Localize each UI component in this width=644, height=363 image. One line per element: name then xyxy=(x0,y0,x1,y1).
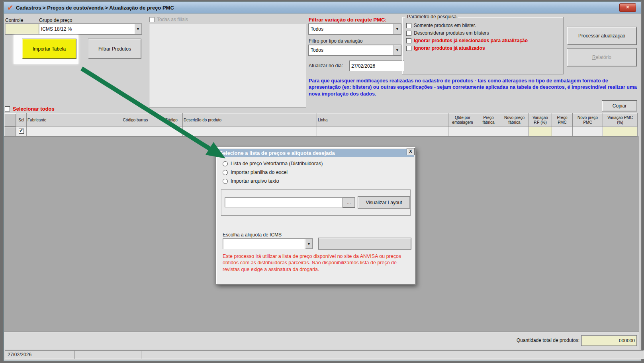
col-sel[interactable]: Sel xyxy=(16,113,27,127)
chevron-down-icon[interactable]: ▼ xyxy=(305,239,313,249)
dialog-red-notice: Este processo irá utilizar a lista de pr… xyxy=(223,253,408,273)
row-codigo-barras xyxy=(111,127,160,137)
row-descricao xyxy=(183,127,317,137)
somente-blister-checkbox[interactable] xyxy=(406,23,411,28)
row-linha xyxy=(317,127,448,137)
radio-texto-row[interactable]: Importar arquivo texto xyxy=(223,178,279,184)
grupo-preco-label: Grupo de preço xyxy=(39,18,72,23)
window-titlebar: ✔ Cadastros > Preços de custo/venda > At… xyxy=(4,2,641,14)
ignorar-atualizados-checkbox[interactable] xyxy=(406,46,411,51)
chevron-down-icon[interactable]: ▼ xyxy=(393,45,401,55)
grupo-preco-value: ICMS 18/12 % xyxy=(39,26,134,32)
file-panel: ... Visualizar Layout xyxy=(221,189,411,216)
col-codigo-barras[interactable]: Código barras xyxy=(111,113,160,127)
products-table: Sel Fabricante Código barras Código Desc… xyxy=(4,113,638,137)
browse-button[interactable]: ... xyxy=(343,197,355,208)
todas-filiais-label: Todas as filiais xyxy=(157,17,188,22)
excel-radio[interactable] xyxy=(223,170,228,175)
ignorar-selecionados-label: Ignorar produtos já selecionados para at… xyxy=(414,38,528,43)
col-preco-pmc[interactable]: Preço PMC xyxy=(552,113,573,127)
radio-excel-row[interactable]: Importar planilha do excel xyxy=(223,170,288,175)
row-preco-pmc xyxy=(552,127,573,137)
col-novo-preco-pmc[interactable]: Novo preço PMC xyxy=(573,113,603,127)
col-fabricante[interactable]: Fabricante xyxy=(27,113,111,127)
relatorio-button[interactable]: Relatório xyxy=(567,48,637,66)
status-panel-2 xyxy=(74,350,145,359)
ignorar-selecionados-checkbox[interactable] xyxy=(406,38,411,43)
col-linha[interactable]: Linha xyxy=(317,113,448,127)
row-variacao-pf xyxy=(529,127,552,137)
chevron-down-icon[interactable]: ▼ xyxy=(134,24,142,34)
tipo-variacao-value: Todos xyxy=(309,47,393,53)
row-novo-preco-fabrica xyxy=(500,127,529,137)
reajuste-select[interactable]: Todos ▼ xyxy=(308,23,401,35)
somente-blister-label: Somente produtos em blister. xyxy=(414,23,476,28)
row-variacao-pmc xyxy=(603,127,638,137)
row-qtde xyxy=(448,127,477,137)
dialog-close-button[interactable]: X xyxy=(407,148,415,155)
param-ignorar-selecionados-row: Ignorar produtos já selecionados para at… xyxy=(406,38,563,43)
header-indicator xyxy=(4,113,16,127)
file-path-input[interactable] xyxy=(225,197,343,207)
window-title: Cadastros > Preços de custo/venda > Atua… xyxy=(16,5,174,11)
controle-label: Controle xyxy=(5,18,23,23)
importar-tabela-button[interactable]: Importar Tabela xyxy=(22,39,76,59)
visualizar-layout-button[interactable]: Visualizar Layout xyxy=(358,196,410,209)
filtrar-produtos-button[interactable]: Filtrar Produtos xyxy=(88,39,141,59)
close-window-button[interactable]: ✕ xyxy=(619,3,636,12)
totals-panel: Quantidade total de produtos: 000000 xyxy=(4,332,639,350)
dialog-titlebar[interactable]: Selecione a lista de preços e alíquota d… xyxy=(218,149,414,157)
todas-filiais-row: Todas as filiais xyxy=(149,17,188,22)
row-novo-preco-pmc xyxy=(573,127,603,137)
row-checkbox[interactable] xyxy=(19,129,24,134)
aliquota-select[interactable]: ▼ xyxy=(223,238,313,249)
blue-notice: Para que quaisquer modificações realizad… xyxy=(309,78,638,97)
col-qtde-embalagem[interactable]: Qtde por embalagem xyxy=(448,113,477,127)
copiar-button[interactable]: Copiar xyxy=(602,100,637,111)
total-produtos-label: Quantidade total de produtos: xyxy=(517,338,579,343)
controle-input[interactable] xyxy=(5,23,39,35)
screen: ✔ Cadastros > Preços de custo/venda > At… xyxy=(0,0,644,363)
vetorfarma-label: Lista de preço Vetorfarma (Distribuidora… xyxy=(231,161,323,166)
main-window: ✔ Cadastros > Preços de custo/venda > At… xyxy=(4,2,641,361)
form-content: Controle Grupo de preço ICMS 18/12 % ▼ I… xyxy=(4,13,641,361)
row-preco-fabrica xyxy=(477,127,500,137)
col-novo-preco-fabrica[interactable]: Novo preço fábrica xyxy=(500,113,529,127)
parametro-legend: Parâmetro de pesquisa xyxy=(405,14,458,20)
param-blister-row: Somente produtos em blister. xyxy=(406,23,563,28)
atualizar-dia-input[interactable]: 27/02/2026 xyxy=(349,60,404,71)
radio-vetorfarma-row[interactable]: Lista de preço Vetorfarma (Distribuidora… xyxy=(223,161,323,166)
col-preco-fabrica[interactable]: Preço fábrica xyxy=(477,113,500,127)
import-dialog: Selecione a lista de preços e alíquota d… xyxy=(216,147,416,285)
tipo-variacao-select[interactable]: Todos ▼ xyxy=(308,45,401,56)
table-row[interactable] xyxy=(4,127,638,137)
processar-atualizacao-button[interactable]: Processar atualização xyxy=(567,27,637,45)
filiais-listbox[interactable] xyxy=(149,24,306,107)
col-variacao-pf[interactable]: Variação P.F (%) xyxy=(529,113,552,127)
excel-label: Importar planilha do excel xyxy=(231,170,288,175)
app-check-icon: ✔ xyxy=(7,4,14,12)
status-bar: 27/02/2026 xyxy=(4,349,639,361)
filtrar-reajuste-label: Filtrar variação do reajute PMC: xyxy=(309,17,387,23)
ignorar-atualizados-label: Ignorar produtos já atualizados xyxy=(414,45,485,51)
todas-filiais-checkbox[interactable] xyxy=(149,17,155,22)
vetorfarma-radio[interactable] xyxy=(223,161,228,166)
row-fabricante xyxy=(27,127,111,137)
status-date-panel: 27/02/2026 xyxy=(5,350,78,359)
col-variacao-pmc[interactable]: Variação PMC (%) xyxy=(603,113,638,127)
parametro-groupbox: Parâmetro de pesquisa Somente produtos e… xyxy=(402,17,564,74)
total-produtos-value: 000000 xyxy=(581,335,637,346)
row-sel-cell[interactable] xyxy=(16,127,27,137)
filtro-tipo-label: Filtro por tipo da variação xyxy=(309,38,362,44)
chevron-down-icon[interactable]: ▼ xyxy=(393,24,401,34)
texto-radio[interactable] xyxy=(223,179,228,184)
selecionar-todos-checkbox[interactable] xyxy=(5,106,10,111)
row-codigo xyxy=(160,127,183,137)
confirmar-importacao-button[interactable] xyxy=(318,238,411,250)
desconsiderar-blister-checkbox[interactable] xyxy=(406,31,411,36)
desconsiderar-blister-label: Desconsiderar produtos em blisters xyxy=(414,30,489,36)
grupo-preco-select[interactable]: ICMS 18/12 % ▼ xyxy=(39,23,142,35)
dialog-title: Selecione a lista de preços e alíquota d… xyxy=(219,150,335,156)
col-descricao[interactable]: Descrição do produto xyxy=(183,113,317,127)
col-codigo[interactable]: Código xyxy=(160,113,183,127)
